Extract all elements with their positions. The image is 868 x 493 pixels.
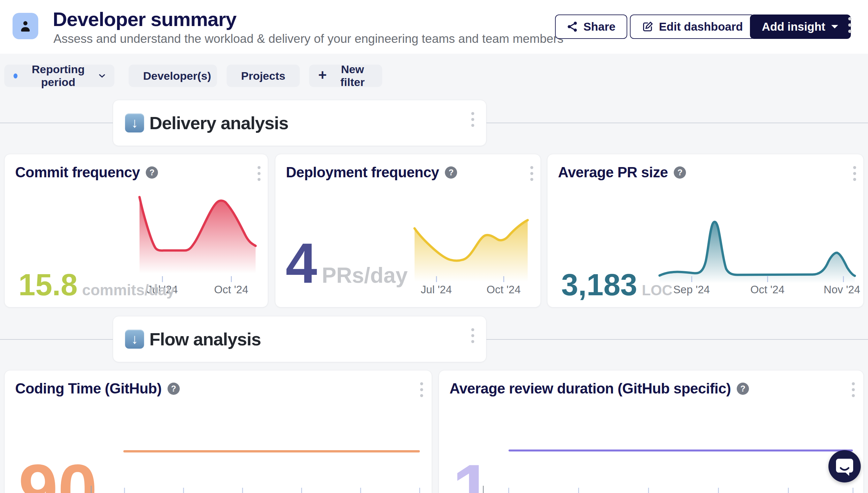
average-pr-size-title: Average PR size xyxy=(558,164,668,180)
help-icon[interactable]: ? xyxy=(737,383,749,395)
x-axis-tick xyxy=(301,488,302,493)
card-review-duration: Average review duration (GitHub specific… xyxy=(439,370,864,493)
x-axis-tick xyxy=(419,488,420,493)
new-filter-label: New filter xyxy=(332,63,373,89)
filter-developers[interactable]: Developer(s) xyxy=(129,65,217,87)
developer-summary-dashboard: Developer summary Assess and understand … xyxy=(0,0,868,493)
section-title-flow: Flow analysis xyxy=(149,329,261,349)
review-duration-menu[interactable] xyxy=(852,382,855,397)
x-axis-label: Sep '24 xyxy=(674,283,710,296)
x-axis-tick xyxy=(852,488,853,493)
metric-unit: commits/day xyxy=(82,282,175,298)
filter-projects-label: Projects xyxy=(241,69,285,82)
section-header-delivery: ↓ Delivery analysis xyxy=(113,100,487,146)
x-axis-tick xyxy=(360,488,361,493)
deployment-frequency-menu[interactable] xyxy=(530,166,533,181)
help-icon[interactable]: ? xyxy=(674,166,686,179)
x-axis-tick xyxy=(91,486,92,493)
metric-value: 1 xyxy=(453,454,492,493)
metric-value: 3,183 xyxy=(561,270,637,300)
x-axis-tick xyxy=(508,488,509,493)
commit-frequency-title: Commit frequency xyxy=(15,164,140,180)
plus-icon: + xyxy=(318,68,327,82)
developer-avatar-icon xyxy=(13,13,38,39)
average-pr-size-value: 3,183 LOC xyxy=(561,270,673,300)
x-axis-tick xyxy=(483,486,484,493)
x-axis-tick xyxy=(843,276,844,282)
person-icon xyxy=(19,19,32,33)
edit-pencil-icon xyxy=(642,21,654,33)
x-axis-label: Oct '24 xyxy=(750,283,785,296)
x-axis-tick xyxy=(242,488,243,493)
add-insight-label: Add insight xyxy=(762,20,825,33)
chat-widget-button[interactable] xyxy=(828,450,861,483)
edit-dashboard-button[interactable]: Edit dashboard xyxy=(630,15,755,39)
section-flow-menu[interactable] xyxy=(471,328,474,343)
metric-unit: LOC xyxy=(642,283,673,298)
share-icon xyxy=(567,21,578,32)
coding-time-title: Coding Time (GitHub) xyxy=(15,380,162,397)
page-subtitle: Assess and understand the workload & del… xyxy=(54,32,564,46)
average-pr-size-chart xyxy=(656,214,858,290)
x-axis-label: Oct '24 xyxy=(214,283,248,296)
section-title-delivery: Delivery analysis xyxy=(149,113,288,133)
x-axis-label: Oct '24 xyxy=(487,283,521,296)
average-pr-size-menu[interactable] xyxy=(853,166,856,181)
share-button-label: Share xyxy=(583,20,615,33)
x-axis-tick xyxy=(436,276,437,282)
filter-reporting-period-label: Reporting period xyxy=(23,63,94,89)
x-axis-label: Nov '24 xyxy=(824,283,861,296)
header-overflow-menu[interactable] xyxy=(848,17,851,33)
x-axis-tick xyxy=(788,488,789,493)
deployment-frequency-title: Deployment frequency xyxy=(286,164,439,180)
x-axis-tick xyxy=(648,488,649,493)
share-button[interactable]: Share xyxy=(555,15,627,39)
review-duration-title: Average review duration (GitHub specific… xyxy=(450,380,731,397)
help-icon[interactable]: ? xyxy=(146,166,158,179)
deployment-frequency-chart xyxy=(412,216,531,288)
active-filter-dot xyxy=(14,73,18,79)
page-title: Developer summary xyxy=(53,8,236,31)
x-axis-tick xyxy=(183,488,184,493)
down-arrow-emoji-icon: ↓ xyxy=(125,329,144,349)
chat-bubble-icon xyxy=(835,456,854,476)
x-axis-tick xyxy=(503,276,504,282)
page-header: Developer summary Assess and understand … xyxy=(0,0,868,54)
metric-value: 4 xyxy=(286,235,317,291)
section-header-flow: ↓ Flow analysis xyxy=(113,316,487,362)
filter-projects[interactable]: Projects xyxy=(227,65,300,87)
commit-frequency-menu[interactable] xyxy=(257,166,261,181)
add-insight-button[interactable]: Add insight xyxy=(750,15,851,39)
edit-dashboard-label: Edit dashboard xyxy=(659,20,743,33)
metric-unit: PRs/day xyxy=(322,264,408,286)
help-icon[interactable]: ? xyxy=(445,166,457,179)
review-duration-chart-line xyxy=(509,450,853,451)
x-axis-label: Jul '24 xyxy=(421,283,452,296)
review-duration-value: 1 xyxy=(453,454,492,493)
x-axis-tick xyxy=(124,488,125,493)
x-axis-tick xyxy=(578,488,579,493)
filter-reporting-period[interactable]: Reporting period xyxy=(4,65,115,87)
deployment-frequency-value: 4 PRs/day xyxy=(286,235,408,291)
down-arrow-emoji-icon: ↓ xyxy=(125,113,144,132)
filter-developers-label: Developer(s) xyxy=(143,69,211,82)
x-axis-tick xyxy=(718,488,719,493)
metric-value: 90 xyxy=(19,454,97,493)
coding-time-chart-line xyxy=(123,450,420,452)
chevron-down-icon xyxy=(99,73,105,78)
chevron-down-icon xyxy=(830,24,839,29)
x-axis-tick xyxy=(231,276,232,282)
coding-time-value: 90 xyxy=(19,454,97,493)
new-filter-button[interactable]: + New filter xyxy=(309,65,382,87)
help-icon[interactable]: ? xyxy=(167,383,180,395)
metric-value: 15.8 xyxy=(19,270,78,300)
coding-time-menu[interactable] xyxy=(420,382,423,397)
section-delivery-menu[interactable] xyxy=(471,112,474,127)
x-axis-tick xyxy=(767,276,768,282)
x-axis-tick xyxy=(691,276,692,282)
commit-frequency-value: 15.8 commits/day xyxy=(19,270,175,300)
